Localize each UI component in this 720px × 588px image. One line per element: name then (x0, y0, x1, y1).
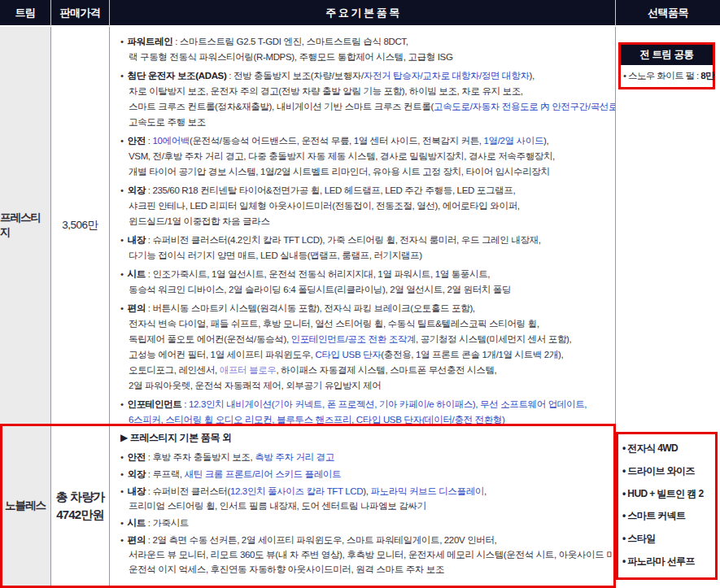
feature-category-label: 안전 (128, 136, 146, 146)
feature-item: • 편의 : 2열 측면 수동 선커튼, 2열 세이프티 파워윈도우, 스마트 … (120, 533, 615, 577)
option-common-item: • 스노우 화이트 펄 : 8만 (621, 65, 713, 87)
trim-name-noblesse: 노블레스 (0, 424, 51, 588)
bullet: • (120, 399, 126, 409)
bullet: • (120, 269, 126, 279)
option-item: • 파노라마 선루프 (622, 555, 713, 568)
bullet: • (120, 518, 126, 528)
feature-category-label: 편의 (128, 303, 146, 313)
price-noblesse-label: 총 차량가 (55, 488, 104, 506)
option-item: • HUD + 빌트인 캠 2 (622, 487, 713, 501)
feature-category-label: 내장 (128, 235, 146, 245)
feature-category-label: 파워트레인 (128, 37, 173, 46)
feature-category-label: 인포테인먼트 (128, 399, 182, 409)
option-box-common-title: 전 트림 공통 (621, 45, 713, 65)
option-item: • 스마트 커넥트 (622, 509, 713, 523)
bullet: • (120, 486, 126, 496)
feature-item: • 내장 : 슈퍼비전 클러스터(4.2인치 칼라 TFT LCD), 가죽 스… (120, 233, 615, 264)
feature-category-label: 첨단 운전자 보조(ADAS) (128, 71, 227, 81)
bullet: • (120, 136, 126, 146)
column-header-options: 선택품목 (616, 0, 720, 27)
bullet: • (120, 469, 126, 479)
feature-item: • 시트 : 인조가죽시트, 1열 열선시트, 운전석 전동식 허리지지대, 1… (120, 267, 615, 298)
feature-category-label: 외장 (128, 185, 146, 195)
feature-item: • 인포테인먼트 : 12.3인치 내비게이션(기아 커넥트, 폰 프로젝션, … (120, 397, 615, 424)
feature-category-label: 시트 (128, 269, 146, 279)
feature-item: • 외장 : 235/60 R18 컨티넨탈 타이어&전면가공 휠, LED 헤… (120, 183, 615, 229)
spec-table: 트림 판매가격 주 요 기 본 품 목 선택품목 프레스티지 3,506만 • … (0, 0, 720, 588)
main-items-noblesse: ▶ 프레스티지 기본 품목 외 • 안전 : 후방 주차 충돌방지 보조, 측방… (110, 424, 616, 588)
feature-item: • 안전 : 후방 주차 충돌방지 보조, 측방 주차 거리 경고 (120, 450, 615, 464)
main-items-prestige: • 파워트레인 : 스마트스트림 G2.5 T-GDI 엔진, 스마트스트림 습… (110, 27, 616, 424)
noblesse-section-header: ▶ 프레스티지 기본 품목 외 (120, 430, 615, 446)
bullet: • (120, 235, 126, 245)
feature-item: • 시트 : 가죽시트 (120, 516, 615, 530)
feature-item: • 안전 : 10에어백(운전석/동승석 어드밴스드, 운전석 무릎, 1열 센… (120, 133, 615, 180)
noblesse-item-list: • 안전 : 후방 주차 충돌방지 보조, 측방 주차 거리 경고• 외장 : … (120, 450, 615, 577)
option-box-common: 전 트림 공통 • 스노우 화이트 펄 : 8만 (618, 42, 715, 89)
feature-category-label: 시트 (128, 518, 146, 528)
feature-item: • 편의 : 버튼시동 스마트키 시스템(원격시동 포함), 전자식 파킹 브레… (120, 301, 615, 394)
price-prestige: 3,506만 (51, 27, 110, 424)
bullet: • (120, 71, 126, 81)
feature-category-label: 안전 (128, 452, 146, 462)
bullet: • (120, 303, 126, 313)
bullet: • (120, 185, 126, 195)
column-header-main-items: 주 요 기 본 품 목 (110, 0, 616, 27)
column-header-trim: 트림 (0, 0, 51, 27)
feature-item: • 파워트레인 : 스마트스트림 G2.5 T-GDI 엔진, 스마트스트림 습… (120, 34, 615, 65)
column-header-price: 판매가격 (51, 0, 110, 27)
price-noblesse: 총 차량가 4742만원 (51, 424, 110, 588)
trim-name-prestige: 프레스티지 (0, 27, 51, 424)
price-noblesse-amount: 4742만원 (56, 506, 104, 524)
option-item: • 드라이브 와이즈 (622, 464, 713, 478)
feature-category-label: 편의 (128, 535, 146, 545)
trim-spec-table-page: 트림 판매가격 주 요 기 본 품 목 선택품목 프레스티지 3,506만 • … (0, 0, 720, 588)
bullet: • (120, 535, 126, 545)
feature-category-label: 외장 (128, 469, 146, 479)
option-box-noblesse: • 전자식 4WD• 드라이브 와이즈• HUD + 빌트인 캠 2• 스마트 … (616, 432, 718, 580)
feature-item: • 첨단 운전자 보조(ADAS) : 전방 충돌방지 보조(차량/보행자/자전… (120, 68, 615, 130)
bullet: • (120, 37, 126, 46)
bullet: • (120, 452, 126, 462)
feature-item: • 내장 : 슈퍼비전 클러스터(12.3인치 풀사이즈 칼라 TFT LCD)… (120, 484, 615, 513)
feature-item: • 외장 : 루프랙, 새틴 크롬 프론트/리어 스키드 플레이트 (120, 467, 615, 481)
feature-category-label: 내장 (128, 486, 146, 496)
option-item: • 전자식 4WD (622, 442, 713, 455)
option-item: • 스타일 (622, 532, 713, 546)
